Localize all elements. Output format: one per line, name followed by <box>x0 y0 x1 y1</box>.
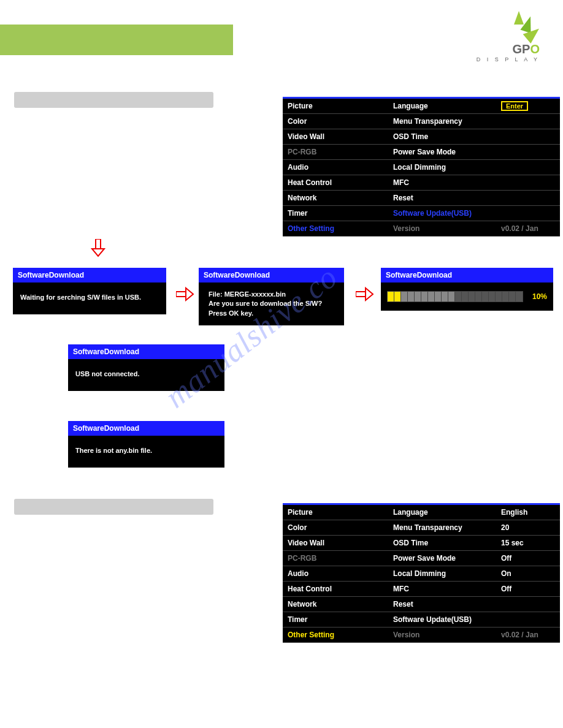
menu-cell: MFC <box>391 178 499 187</box>
menu-cell: Local Dimming <box>391 569 499 578</box>
dialog-title: SoftwareDownload <box>13 268 166 282</box>
menu-cell: Color <box>283 523 391 532</box>
menu-row[interactable]: Heat ControlMFC <box>283 175 560 191</box>
progress-percent: 10% <box>532 292 547 301</box>
dialog-confirm: SoftwareDownload File: MERGE-xxxxxx.bin … <box>199 268 344 325</box>
menu-row[interactable]: PictureLanguageEnter <box>283 99 560 114</box>
svg-marker-1 <box>92 249 104 256</box>
menu-cell: Video Wall <box>283 132 391 141</box>
menu-cell: OSD Time <box>391 132 499 141</box>
menu-cell: Language <box>391 508 499 517</box>
menu-cell: Power Save Mode <box>391 554 499 563</box>
menu-cell: Timer <box>283 209 391 218</box>
menu-row[interactable]: Other SettingVersionv0.02 / Jan <box>283 221 560 237</box>
menu-value: v0.02 / Jan <box>499 631 560 639</box>
menu-cell: Picture <box>283 102 391 110</box>
menu-row[interactable]: TimerSoftware Update(USB) <box>283 206 560 221</box>
dialog-no-bin: SoftwareDownload There is not any.bin fi… <box>68 421 224 468</box>
osd-menu-2[interactable]: PictureLanguageEnglishColorMenu Transpar… <box>283 503 560 643</box>
logo-subtitle: D I S P L A Y <box>477 56 540 63</box>
dialog-line: File: MERGE-xxxxxx.bin <box>209 290 334 299</box>
menu-row[interactable]: TimerSoftware Update(USB) <box>283 612 560 628</box>
menu-cell: PC-RGB <box>283 148 391 156</box>
enter-button[interactable]: Enter <box>501 101 528 111</box>
menu-cell: Power Save Mode <box>391 148 499 156</box>
menu-row[interactable]: ColorMenu Transparency20 <box>283 520 560 536</box>
menu-value: Off <box>499 554 560 563</box>
section-placeholder-1 <box>14 92 213 108</box>
menu-value: On <box>499 569 560 578</box>
menu-cell: Menu Transparency <box>391 523 499 532</box>
menu-cell: Network <box>283 600 391 609</box>
menu-row[interactable]: Video WallOSD Time <box>283 129 560 145</box>
menu-cell: MFC <box>391 585 499 593</box>
dialog-title: SoftwareDownload <box>381 268 553 282</box>
menu-cell: Video Wall <box>283 539 391 547</box>
menu-cell: Network <box>283 194 391 202</box>
green-banner <box>0 25 233 55</box>
menu-row[interactable]: Video WallOSD Time15 sec <box>283 536 560 551</box>
menu-cell: PC-RGB <box>283 554 391 563</box>
menu-cell: Picture <box>283 508 391 517</box>
menu-cell: Version <box>391 631 499 639</box>
menu-cell: Menu Transparency <box>391 117 499 126</box>
section-placeholder-2 <box>14 499 213 515</box>
menu-value: 20 <box>499 523 560 532</box>
menu-row[interactable]: PictureLanguageEnglish <box>283 505 560 520</box>
svg-rect-2 <box>176 292 186 297</box>
dialog-body: Waiting for serching S/W files in USB. <box>13 282 166 314</box>
dialog-progress: SoftwareDownload 10% <box>381 268 553 311</box>
osd-menu-1[interactable]: PictureLanguageEnterColorMenu Transparen… <box>283 97 560 237</box>
dialog-searching: SoftwareDownload Waiting for serching S/… <box>13 268 166 314</box>
menu-row[interactable]: Other SettingVersionv0.02 / Jan <box>283 628 560 643</box>
menu-row[interactable]: ColorMenu Transparency <box>283 114 560 129</box>
menu-cell: OSD Time <box>391 539 499 547</box>
logo: GPO D I S P L A Y <box>477 11 540 63</box>
menu-cell: Version <box>391 224 499 233</box>
menu-cell: Heat Control <box>283 178 391 187</box>
menu-row[interactable]: NetworkReset <box>283 597 560 612</box>
menu-cell: Other Setting <box>283 631 391 639</box>
dialog-title: SoftwareDownload <box>199 268 344 282</box>
menu-cell: Color <box>283 117 391 126</box>
menu-cell: Timer <box>283 615 391 624</box>
dialog-body: USB not connected. <box>68 359 224 391</box>
dialog-usb-not-connected: SoftwareDownload USB not connected. <box>68 344 224 391</box>
svg-marker-3 <box>186 288 193 300</box>
menu-cell: Local Dimming <box>391 163 499 172</box>
menu-cell: Language <box>391 102 499 110</box>
arrow-down-icon <box>91 239 105 257</box>
menu-cell: Software Update(USB) <box>391 615 499 624</box>
dialog-title: SoftwareDownload <box>68 421 224 436</box>
menu-value: Off <box>499 585 560 593</box>
menu-row[interactable]: NetworkReset <box>283 191 560 206</box>
progress-bar: 10% <box>381 282 553 311</box>
menu-value: 15 sec <box>499 539 560 547</box>
menu-value: v0.02 / Jan <box>499 224 560 233</box>
logo-icon <box>497 11 540 45</box>
menu-cell: Reset <box>391 600 499 609</box>
dialog-line: Are you sure to download the S/W? <box>209 299 334 308</box>
dialog-body: File: MERGE-xxxxxx.bin Are you sure to d… <box>199 282 344 325</box>
arrow-right-icon <box>176 287 194 301</box>
dialog-title: SoftwareDownload <box>68 344 224 359</box>
menu-cell: Other Setting <box>283 224 391 233</box>
menu-cell: Heat Control <box>283 585 391 593</box>
menu-row[interactable]: PC-RGBPower Save Mode <box>283 145 560 160</box>
svg-rect-4 <box>356 292 366 297</box>
dialog-body: There is not any.bin file. <box>68 436 224 468</box>
menu-row[interactable]: AudioLocal Dimming <box>283 160 560 175</box>
menu-cell: Reset <box>391 194 499 202</box>
menu-row[interactable]: Heat ControlMFCOff <box>283 582 560 597</box>
menu-cell: Software Update(USB) <box>391 209 499 218</box>
dialog-line: Press OK key. <box>209 309 334 318</box>
menu-value: English <box>499 508 560 517</box>
svg-rect-0 <box>96 239 101 249</box>
menu-value: Enter <box>499 102 560 110</box>
menu-cell: Audio <box>283 163 391 172</box>
menu-row[interactable]: AudioLocal DimmingOn <box>283 566 560 582</box>
arrow-right-icon <box>356 287 374 301</box>
svg-marker-5 <box>366 288 373 300</box>
menu-cell: Audio <box>283 569 391 578</box>
menu-row[interactable]: PC-RGBPower Save ModeOff <box>283 551 560 566</box>
